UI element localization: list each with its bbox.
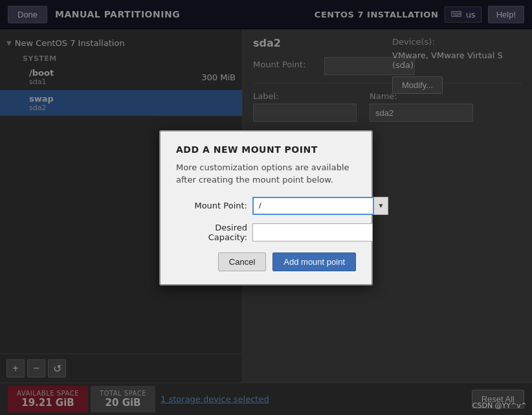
modal-mount-point-row: Mount Point: ▼ bbox=[176, 197, 356, 215]
modal-mount-point-dropdown[interactable]: ▼ bbox=[374, 197, 388, 215]
modal-capacity-wrapper bbox=[252, 223, 373, 241]
modal-title: ADD A NEW MOUNT POINT bbox=[176, 144, 356, 155]
modal-mount-point-input[interactable] bbox=[252, 197, 374, 215]
modal-mount-point-wrapper: ▼ bbox=[252, 197, 388, 215]
modal-capacity-row: Desired Capacity: bbox=[176, 223, 356, 242]
modal-description: More customization options are available… bbox=[176, 161, 356, 186]
watermark: CSDN @YY^v^ bbox=[472, 401, 527, 410]
modal-cancel-button[interactable]: Cancel bbox=[218, 252, 266, 271]
modal-add-button[interactable]: Add mount point bbox=[272, 252, 356, 271]
modal-capacity-label: Desired Capacity: bbox=[176, 223, 247, 242]
add-mount-point-modal: ADD A NEW MOUNT POINT More customization… bbox=[159, 130, 373, 286]
modal-capacity-input[interactable] bbox=[252, 223, 373, 241]
modal-overlay: ADD A NEW MOUNT POINT More customization… bbox=[0, 0, 532, 415]
modal-buttons: Cancel Add mount point bbox=[176, 252, 356, 271]
modal-mount-point-label: Mount Point: bbox=[176, 201, 247, 210]
